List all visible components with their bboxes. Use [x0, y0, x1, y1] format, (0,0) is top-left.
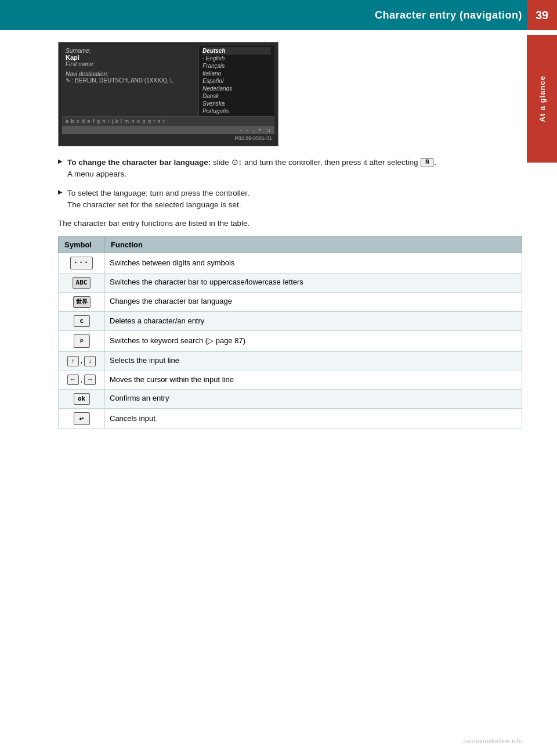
function-back: Cancels input [105, 408, 522, 429]
screen-navi-label: Navi destination: [66, 71, 195, 77]
arrow-right-icon: → [84, 375, 96, 385]
screen-code: P82.89-0581-31 [62, 134, 274, 142]
function-updown: Selects the input line [105, 351, 522, 370]
sidebar-label-text: At a glance [538, 75, 547, 122]
screen-lang-deutsch: Deutsch [202, 47, 271, 55]
instruction-1-bold: To change the character bar language: [67, 158, 213, 167]
instructions-section: To change the character bar language: sl… [58, 157, 522, 211]
screen-char-bar: a b c d e f g h i j k l m n o p q r s t [62, 117, 274, 126]
screen-lang-italiano: Italiano [202, 70, 271, 77]
header-bar: Character entry (navigation) [0, 0, 557, 30]
footer-watermark: carmanualonline.info [463, 737, 522, 744]
table-row: ok Confirms an entry [59, 389, 522, 408]
symbol-ok: ok [59, 389, 105, 408]
page-title: Character entry (navigation) [375, 9, 522, 21]
intro-text: The character bar entry functions are li… [58, 218, 522, 229]
main-content: Surname: Kapi First name: Navi destinati… [58, 30, 522, 721]
symbol-search: ⌕ [59, 331, 105, 352]
instruction-1: To change the character bar language: sl… [58, 157, 522, 181]
screen-lang-francais: Français [202, 62, 271, 70]
screen-lang-english: · English [202, 55, 271, 62]
flag-icon: Ñ̃ [421, 158, 433, 167]
symbol-updown: ↑, ↓ [59, 351, 105, 370]
symbol-leftright: ←, → [59, 370, 105, 389]
arrow-up-icon: ↑ [67, 356, 79, 366]
function-leftright: Moves the cursor within the input line [105, 370, 522, 389]
function-search: Switches to keyword search (▷ page 87) [105, 331, 522, 352]
screenshot-image: Surname: Kapi First name: Navi destinati… [58, 42, 278, 146]
screen-lang-dansk: Dansk [202, 92, 271, 100]
screen-lang-portugues: Português [202, 107, 271, 115]
table-row: c Deletes a character/an entry [59, 312, 522, 331]
function-ok: Confirms an entry [105, 389, 522, 408]
screen-lang-nederlands: Nederlands [202, 85, 271, 92]
function-abc: Switches the character bar to uppercase/… [105, 273, 522, 292]
screen-firstname-label: First name: [66, 61, 195, 67]
sidebar-label: At a glance [527, 35, 557, 163]
symbol-lang: 世界 [59, 292, 105, 312]
screen-bottom-controls: - - , + ↑↓ [62, 126, 274, 134]
table-row: ⌕ Switches to keyword search (▷ page 87) [59, 331, 522, 352]
symbol-abc: ABC [59, 273, 105, 292]
instruction-2: To select the language: turn and press t… [58, 188, 522, 211]
arrow-down-icon: ↓ [84, 356, 96, 366]
screen-lang-svenska: Svenska [202, 100, 271, 107]
table-row: ←, → Moves the cursor within the input l… [59, 370, 522, 389]
table-row: ABC Switches the character bar to upperc… [59, 273, 522, 292]
screen-navi-value: ✎ : BERLIN, DEUTSCHLAND (1XXXX), L [66, 77, 195, 84]
screen-surname-value: Kapi [66, 54, 195, 61]
table-row: ··· Switches between digits and symbols [59, 253, 522, 273]
col-symbol: Symbol [59, 237, 105, 253]
function-dots: Switches between digits and symbols [105, 253, 522, 273]
col-function: Function [105, 237, 522, 253]
function-c: Deletes a character/an entry [105, 312, 522, 331]
table-row: ↩ Cancels input [59, 408, 522, 429]
symbol-table: Symbol Function ··· Switches between dig… [58, 236, 522, 429]
table-row: 世界 Changes the character bar language [59, 292, 522, 312]
function-lang: Changes the character bar language [105, 292, 522, 312]
table-row: ↑, ↓ Selects the input line [59, 351, 522, 370]
symbol-dots: ··· [59, 253, 105, 273]
screen-lang-espanol: Español [202, 77, 271, 85]
symbol-c: c [59, 312, 105, 331]
page-number: 39 [527, 0, 557, 30]
arrow-left-icon: ← [67, 375, 79, 385]
screen-surname-label: Surname: [66, 48, 195, 54]
symbol-back: ↩ [59, 408, 105, 429]
